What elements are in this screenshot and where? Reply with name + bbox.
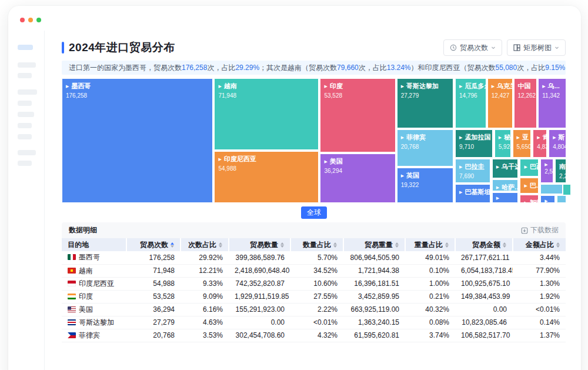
treemap-tile-arrow-tile-3[interactable]	[557, 195, 566, 203]
insight-highlight: 79,660	[337, 64, 359, 72]
tile-country-name: 亚	[522, 133, 529, 142]
treemap-root-button[interactable]: 全球	[301, 206, 327, 219]
treemap-tile-china[interactable]: 中国12,262	[514, 78, 537, 128]
column-header[interactable]: 贸易数量	[229, 238, 290, 251]
sidebar-item[interactable]	[18, 101, 32, 106]
sort-icon[interactable]	[333, 242, 337, 248]
tile-country-name: 秘鲁	[504, 133, 510, 142]
treemap-tile-chile[interactable]: ▶智利	[520, 195, 539, 203]
flag-ph-icon	[68, 332, 76, 338]
treemap-tile-pakistan[interactable]: ▶巴基斯坦	[455, 184, 490, 203]
treemap-tile-ecuador[interactable]: ▶厄瓜多尔14,796	[455, 78, 486, 128]
sort-icon[interactable]	[395, 242, 399, 248]
tile-value: 9,710	[459, 144, 489, 150]
treemap-tile-brazil[interactable]: ▶巴西	[520, 159, 539, 176]
treemap-tile-philippines[interactable]: ▶菲律宾20,768	[397, 129, 453, 166]
treemap-tile-si-truncated[interactable]: ▶斯4,804	[549, 129, 566, 158]
treemap-tile-ya-truncated[interactable]: ▶亚5,650	[513, 129, 532, 158]
sort-icon[interactable]	[280, 242, 284, 248]
tile-label: ▶肯	[537, 133, 543, 142]
column-header[interactable]: 贸易金额	[455, 238, 513, 251]
value-cell: <0.01%	[513, 303, 566, 316]
value-cell: 1,929,911,519.85	[229, 290, 290, 303]
column-header[interactable]: 重量占比	[405, 238, 455, 251]
treemap-tile-arrow-tile-1[interactable]: ▶	[492, 192, 519, 203]
sidebar-item[interactable]	[18, 73, 32, 78]
sidebar-item[interactable]	[18, 150, 36, 155]
sort-icon[interactable]	[503, 242, 506, 248]
table-row[interactable]: 越南71,94812.21%2,418,690,648.4034.52%1,72…	[62, 264, 566, 277]
table-row[interactable]: 哥斯达黎加27,2794.63%0.00<0.01%1,363,240.150.…	[62, 316, 566, 329]
column-header[interactable]: 贸易重量	[343, 238, 405, 251]
close-window-icon[interactable]	[20, 18, 25, 22]
treemap-tile-kazakh-truncated[interactable]: ▶哈萨...	[492, 179, 519, 191]
treemap-tile-uganda[interactable]: ▶乌干达	[492, 159, 519, 178]
sort-icon[interactable]	[171, 242, 174, 248]
treemap-tile-small-purple[interactable]: ▶2,5	[540, 159, 553, 183]
column-header[interactable]: 金额占比	[513, 238, 566, 251]
treemap-tile-india[interactable]: ▶印度53,528	[320, 78, 395, 152]
treemap-tile-ken-truncated[interactable]: ▶肯4,836	[533, 129, 547, 158]
destination-cell: 美国	[62, 303, 126, 316]
column-header[interactable]: 次数占比	[181, 238, 229, 251]
insight-highlight: 176,258	[182, 64, 207, 72]
treemap-tile-paraguay[interactable]: ▶巴拉圭7,690	[455, 159, 490, 183]
page-title: 2024年进口贸易分布	[69, 40, 175, 55]
sidebar-item[interactable]	[18, 123, 32, 128]
treemap-tile-filler-lightblue[interactable]	[540, 184, 563, 194]
tile-country-name: 巴...	[530, 181, 539, 190]
table-row[interactable]: 美国36,2946.16%155,291,923.002.22%663,925,…	[62, 303, 566, 316]
table-row[interactable]: 墨西哥176,25829.92%399,386,589.765.70%806,9…	[62, 251, 566, 264]
value-cell: 806,964,505.90	[343, 251, 405, 264]
sidebar-item[interactable]	[18, 161, 32, 166]
treemap-tile-filler-teal[interactable]	[563, 184, 571, 195]
tile-value: 7,690	[459, 173, 486, 179]
sort-icon[interactable]	[556, 242, 560, 248]
insight-segment: 次，占比	[359, 64, 387, 72]
tile-label: ▶乌干达	[496, 162, 514, 171]
treemap-tile-indonesia[interactable]: ▶印度尼西亚54,988	[214, 151, 319, 203]
treemap-tile-nan-truncated[interactable]: 南2,2	[555, 159, 566, 183]
drilldown-arrow-icon: ▶	[218, 157, 221, 161]
table-row[interactable]: 印度53,5289.09%1,929,911,519.8527.55%3,452…	[62, 290, 566, 303]
maximize-window-icon[interactable]	[36, 18, 41, 22]
treemap-tile-ukraine[interactable]: ▶乌克兰12,427	[487, 78, 513, 128]
sort-icon[interactable]	[219, 242, 222, 248]
treemap-tile-costa-rica[interactable]: ▶哥斯达黎加27,279	[397, 78, 453, 128]
tile-country-name: 哈萨...	[502, 183, 518, 191]
treemap-tile-usa[interactable]: ▶美国36,294	[320, 154, 395, 203]
treemap-tile-peru[interactable]: ▶秘鲁5,924	[495, 129, 511, 158]
treemap-tile-ba-truncated[interactable]: ▶巴...	[520, 178, 539, 194]
insight-highlight: 55,080	[496, 64, 517, 72]
treemap-tile-u-truncated[interactable]: ▶乌...11,342	[538, 78, 566, 128]
column-header[interactable]: 数量占比	[290, 238, 343, 251]
table-row[interactable]: 印度尼西亚54,9889.33%742,352,820.8710.60%16,3…	[62, 277, 566, 290]
drilldown-arrow-icon: ▶	[524, 184, 527, 188]
value-cell: 9.33%	[181, 277, 229, 290]
download-data-button[interactable]: 下载数据	[521, 225, 559, 235]
treemap-tile-bangladesh[interactable]: ▶孟加拉国9,710	[455, 129, 493, 158]
treemap-tile-arrow-tile-2[interactable]: ▶	[540, 195, 555, 203]
value-cell: 1.00%	[405, 277, 455, 290]
sidebar-item[interactable]	[18, 62, 36, 68]
sort-icon[interactable]	[445, 242, 449, 248]
tile-country-name: 越南	[224, 82, 237, 91]
sidebar-item[interactable]	[18, 89, 37, 95]
tile-label: ▶乌...	[542, 82, 562, 91]
sidebar-item[interactable]	[18, 134, 32, 139]
metric-dropdown[interactable]: 贸易次数	[443, 39, 502, 56]
treemap-tile-mexico[interactable]: ▶墨西哥176,258	[62, 78, 213, 203]
sort-down-caret	[503, 245, 506, 248]
treemap-tile-vietnam[interactable]: ▶越南71,948	[214, 78, 319, 150]
insight-banner: 进口第一的国家为墨西哥，贸易次数176,258次，占比29.29%；其次是越南（…	[62, 61, 566, 75]
treemap-tile-uk[interactable]: ▶英国19,322	[397, 168, 453, 203]
tile-country-name: 智利	[530, 198, 539, 203]
column-header[interactable]: 贸易次数	[126, 238, 181, 251]
value-cell: 16,396,181.51	[343, 277, 405, 290]
tile-value: 20,768	[401, 144, 449, 150]
sidebar-item-active[interactable]	[18, 45, 33, 50]
minimize-window-icon[interactable]	[28, 18, 33, 22]
chart-type-dropdown[interactable]: 矩形树图	[507, 39, 566, 56]
sidebar-item[interactable]	[18, 112, 34, 117]
table-row[interactable]: 菲律宾20,7683.53%302,454,708.604.32%61,595,…	[62, 329, 566, 342]
